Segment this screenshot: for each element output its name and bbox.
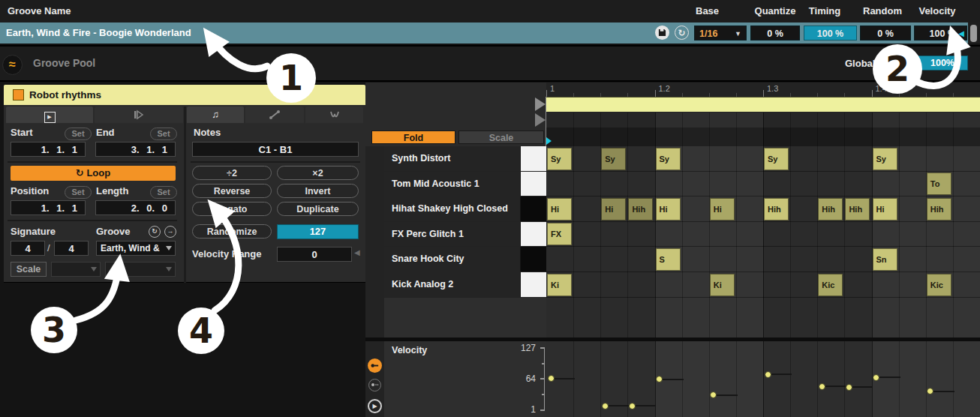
midi-note[interactable]: Hi — [601, 198, 626, 220]
velocity-marker[interactable] — [846, 384, 852, 391]
reverse-button[interactable]: Reverse — [192, 184, 272, 198]
velocity-marker[interactable] — [765, 371, 771, 378]
midi-note[interactable]: S — [656, 248, 681, 271]
double-time-button[interactable]: ×2 — [277, 166, 359, 180]
velocity-marker[interactable] — [819, 383, 825, 390]
midi-note[interactable]: Hih — [845, 198, 870, 220]
signature-denominator[interactable]: 4 — [54, 241, 89, 256]
tab-launch[interactable] — [95, 106, 183, 123]
set-length-button[interactable]: Set — [150, 186, 177, 199]
length-value[interactable]: 2. 0. 0 — [95, 200, 176, 215]
scrub-marker[interactable] — [535, 113, 546, 127]
midi-note[interactable]: Hih — [764, 198, 789, 220]
track-row[interactable]: Tom Mid Acoustic 1 — [384, 172, 546, 197]
piano-key[interactable] — [520, 196, 546, 221]
loop-button[interactable]: ↻ Loop — [11, 166, 176, 181]
track-row[interactable]: Kick Analog 2 — [384, 272, 546, 298]
midi-note[interactable]: Sy — [601, 148, 626, 170]
base-value-dropdown[interactable]: 1/16 ▼ — [694, 26, 747, 40]
midi-note[interactable]: Sy — [764, 148, 789, 170]
tab-expression[interactable] — [305, 106, 363, 123]
tab-envelopes[interactable] — [245, 106, 304, 123]
velocity-marker[interactable] — [873, 374, 879, 381]
global-amount-value[interactable]: 100% — [917, 56, 968, 70]
fold-button[interactable]: Fold — [371, 130, 455, 144]
save-groove-icon[interactable] — [655, 26, 669, 40]
velocity-grid[interactable] — [546, 341, 980, 417]
velocity-marker[interactable] — [629, 403, 636, 410]
midi-note[interactable]: Ki — [547, 274, 572, 296]
midi-note[interactable]: Kic — [927, 274, 951, 296]
tab-notes[interactable]: ♫ — [187, 106, 244, 123]
note-grid[interactable]: SySySySySyToHiHiHihHiHiHihHihHihHiHihFXS… — [546, 146, 980, 338]
random-value[interactable]: 0 % — [860, 26, 911, 40]
loop-start-marker[interactable] — [535, 98, 546, 111]
track-row[interactable]: Hihat Shakey High Closed — [384, 196, 546, 222]
commit-groove-icon[interactable]: ↻ — [675, 26, 689, 40]
piano-key[interactable] — [520, 247, 546, 272]
loop-brace[interactable] — [546, 97, 980, 112]
midi-note[interactable]: Ki — [710, 274, 735, 296]
set-position-button[interactable]: Set — [65, 186, 92, 199]
velocity-lane-toggle[interactable] — [368, 358, 382, 373]
piano-key[interactable] — [520, 146, 546, 171]
scale-name-dropdown[interactable] — [105, 262, 176, 277]
track-row[interactable]: Snare Hook City — [384, 247, 546, 272]
groove-pool-wave-icon[interactable]: ≈ — [2, 55, 23, 75]
preview-play-icon[interactable]: ▶ — [368, 399, 382, 413]
velocity-drag-icon[interactable]: ◀ — [958, 26, 964, 41]
velocity-range-drag-icon[interactable]: ◀ — [354, 248, 360, 256]
midi-note[interactable]: Hih — [818, 198, 843, 220]
midi-note[interactable]: Hih — [927, 198, 951, 220]
midi-note[interactable]: Hi — [656, 198, 681, 220]
groove-select-dropdown[interactable]: Earth, Wind & — [96, 241, 176, 256]
signature-numerator[interactable]: 4 — [11, 241, 45, 256]
quantize-value[interactable]: 0 % — [750, 26, 800, 40]
root-note-dropdown[interactable] — [51, 262, 101, 277]
position-value[interactable]: 1. 1. 1 — [11, 200, 86, 215]
velocity-marker[interactable] — [548, 375, 555, 382]
midi-note[interactable]: FX — [547, 223, 572, 245]
invert-button[interactable]: Invert — [277, 184, 359, 198]
midi-note[interactable]: Sy — [873, 148, 897, 170]
scale-button[interactable]: Scale — [458, 130, 544, 144]
note-range-value[interactable]: C1 - B1 — [192, 142, 359, 157]
midi-note[interactable]: Sn — [873, 248, 897, 271]
midi-note[interactable]: Hi — [710, 198, 735, 220]
midi-note[interactable]: Hih — [628, 198, 653, 220]
velocity-marker[interactable] — [602, 403, 609, 410]
midi-note[interactable]: Sy — [547, 148, 572, 170]
randomize-button[interactable]: Randomize — [192, 224, 272, 238]
hot-swap-groove-icon[interactable]: → — [164, 226, 176, 238]
velocity-value[interactable]: 100 % ◀ — [914, 26, 967, 40]
clip-title-bar[interactable]: Robot rhythms — [4, 85, 365, 105]
track-row[interactable]: FX Perc Glitch 1 — [384, 222, 546, 248]
chance-lane-toggle[interactable] — [368, 379, 381, 392]
midi-note[interactable]: Sy — [656, 148, 681, 170]
piano-key[interactable] — [520, 272, 546, 297]
timing-value[interactable]: 100 % — [804, 26, 857, 40]
piano-key[interactable] — [520, 172, 546, 196]
randomize-range-value[interactable]: 127 — [277, 224, 359, 239]
groove-list-scroll-thumb[interactable] — [970, 25, 977, 42]
commit-groove-button-icon[interactable]: ↻ — [149, 226, 161, 238]
scale-mode-button[interactable]: Scale — [11, 262, 47, 277]
midi-note[interactable]: Hi — [547, 198, 572, 220]
midi-note[interactable]: Hi — [873, 198, 897, 220]
start-value[interactable]: 1. 1. 1 — [11, 142, 86, 157]
velocity-range-value[interactable]: 0 — [277, 247, 352, 262]
legato-button[interactable]: Legato — [192, 202, 272, 216]
tab-clip[interactable]: ▶ — [6, 106, 93, 123]
halve-time-button[interactable]: ÷2 — [192, 166, 272, 180]
end-value[interactable]: 3. 1. 1 — [95, 142, 176, 157]
duplicate-button[interactable]: Duplicate — [277, 202, 359, 216]
track-row[interactable]: Synth Distort — [384, 146, 546, 172]
midi-note[interactable]: To — [927, 172, 951, 195]
groove-row-selected[interactable]: Earth, Wind & Fire - Boogie Wonderland ↻… — [0, 22, 968, 44]
midi-note[interactable]: Kic — [818, 274, 843, 296]
set-end-button[interactable]: Set — [150, 128, 177, 140]
set-start-button[interactable]: Set — [65, 128, 92, 140]
beat-time-ruler[interactable]: 11.21.31.4 — [546, 82, 980, 97]
clip-color-icon[interactable] — [13, 89, 24, 100]
groove-list-scroll-track[interactable] — [968, 22, 980, 44]
